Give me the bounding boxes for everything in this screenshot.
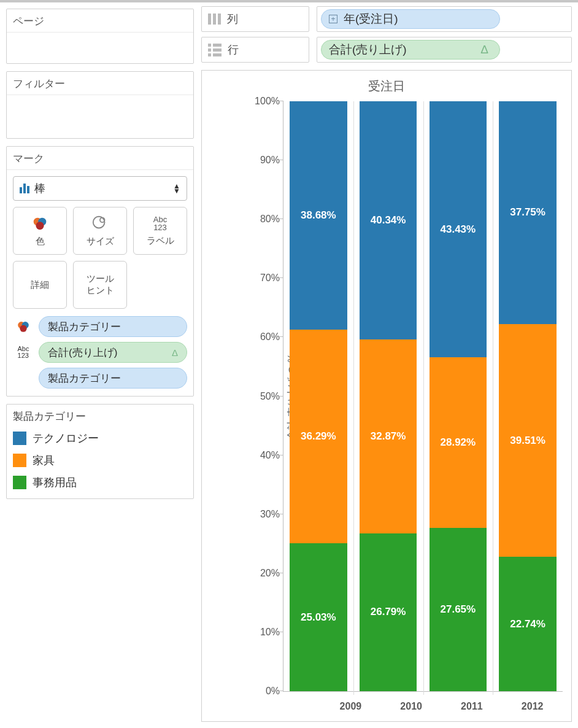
delta-icon: Δ (480, 43, 488, 56)
mark-type-select[interactable]: 棒 ▲▼ (13, 176, 187, 201)
side-panel: ページ フィルター マーク 棒 ▲▼ 色 (0, 2, 198, 728)
pages-body[interactable] (7, 33, 193, 63)
detail-label: 詳細 (31, 279, 49, 291)
legend-item[interactable]: テクノロジー (7, 427, 193, 449)
chevron-updown-icon: ▲▼ (173, 184, 180, 193)
filters-title: フィルター (7, 72, 193, 95)
pill-category-color-label: 製品カテゴリー (48, 320, 121, 334)
abc123-icon-small: Abc 123 (13, 346, 34, 359)
y-tick-label: 70% (247, 273, 280, 284)
legend-swatch (13, 432, 26, 445)
bar-segment[interactable]: 22.74% (499, 557, 556, 691)
pages-title: ページ (7, 9, 193, 33)
label-button[interactable]: Abc 123 ラベル (133, 207, 187, 255)
bar-segment[interactable]: 32.87% (360, 339, 417, 533)
rows-shelf-row: 行 合計(売り上げ) Δ (201, 37, 572, 63)
pages-card: ページ (6, 9, 194, 64)
main-area: 列 + 年(受注日) 行 合計(売り上げ) (198, 2, 578, 728)
legend-swatch (13, 476, 26, 489)
filters-body[interactable] (7, 95, 193, 138)
legend-item[interactable]: 家具 (7, 449, 193, 471)
y-tick-label: 10% (247, 627, 280, 638)
y-tick-mark (280, 514, 283, 514)
rows-label: 行 (228, 42, 239, 57)
chart-area: 合計 売り上げ の % 38.68%36.29%25.03%40.34%32.8… (246, 101, 563, 692)
legend-swatch (13, 454, 26, 467)
y-tick-label: 60% (247, 331, 280, 343)
bar-segment[interactable]: 27.65% (430, 528, 487, 691)
pill-sum-sales[interactable]: 合計(売り上げ) Δ (39, 342, 187, 363)
shelves: 列 + 年(受注日) 行 合計(売り上げ) (201, 6, 572, 63)
rows-shelf-header: 行 (201, 37, 309, 63)
columns-shelf[interactable]: + 年(受注日) (317, 6, 572, 32)
rows-icon (208, 44, 222, 56)
y-tick-mark (280, 632, 283, 632)
y-tick-label: 30% (247, 509, 280, 520)
rows-pill-sum[interactable]: 合計(売り上げ) Δ (321, 40, 500, 60)
bar-segment[interactable]: 43.43% (430, 101, 487, 357)
legend-label: 事務用品 (33, 475, 77, 490)
x-tick-label: 2012 (502, 701, 563, 712)
y-tick-mark (280, 160, 283, 160)
tooltip-label: ツール ヒント (87, 273, 114, 296)
pill-category-detail[interactable]: 製品カテゴリー (39, 368, 187, 389)
y-tick-label: 0% (247, 686, 280, 697)
columns-pill-year[interactable]: + 年(受注日) (321, 9, 500, 29)
bar-segment[interactable]: 39.51% (499, 324, 556, 557)
rows-shelf[interactable]: 合計(売り上げ) Δ (317, 37, 572, 63)
delta-icon: Δ (172, 347, 178, 358)
legend-item[interactable]: 事務用品 (7, 471, 193, 494)
bar-segment[interactable]: 26.79% (360, 533, 417, 691)
expand-icon[interactable]: + (329, 15, 337, 23)
plot: 38.68%36.29%25.03%40.34%32.87%26.79%43.4… (283, 101, 563, 692)
x-tick-label: 2009 (320, 701, 381, 712)
marks-card: マーク 棒 ▲▼ 色 サイズ (6, 146, 194, 397)
pill-sum-sales-label: 合計(売り上げ) (48, 346, 117, 360)
columns-shelf-header: 列 (201, 6, 309, 32)
pill-category-color[interactable]: 製品カテゴリー (39, 316, 187, 337)
y-tick-mark (280, 455, 283, 455)
columns-pill-label: 年(受注日) (344, 11, 398, 27)
x-tick-label: 2011 (442, 701, 503, 712)
y-tick-mark (280, 277, 283, 278)
column-separator (493, 101, 493, 695)
column-separator (423, 101, 424, 695)
filters-card: フィルター (6, 71, 194, 139)
bar-segment[interactable]: 28.92% (430, 357, 487, 528)
bar[interactable]: 37.75%39.51%22.74% (499, 101, 556, 691)
bar-segment[interactable]: 40.34% (360, 101, 417, 339)
color-label: 色 (36, 236, 45, 247)
bar-segment[interactable]: 25.03% (290, 543, 347, 691)
color-button[interactable]: 色 (13, 207, 67, 255)
label-label: ラベル (147, 235, 174, 247)
legend-items: テクノロジー家具事務用品 (7, 427, 193, 494)
mark-pill-label: Abc 123 合計(売り上げ) Δ (7, 341, 193, 366)
bar[interactable]: 40.34%32.87%26.79% (360, 101, 417, 691)
bar-segment[interactable]: 36.29% (290, 330, 347, 544)
column-separator (353, 101, 354, 695)
bar-icon (20, 184, 29, 193)
detail-button[interactable]: 詳細 (13, 261, 67, 309)
bar-segment[interactable]: 37.75% (499, 101, 556, 324)
legend-label: テクノロジー (33, 431, 99, 446)
y-tick-mark (280, 101, 283, 101)
x-axis: 2009201020112012 (320, 701, 563, 712)
tooltip-button[interactable]: ツール ヒント (73, 261, 127, 309)
size-button[interactable]: サイズ (73, 207, 127, 255)
bar[interactable]: 38.68%36.29%25.03% (290, 101, 347, 691)
color-icon-small (13, 319, 34, 334)
pill-category-detail-label: 製品カテゴリー (48, 371, 121, 385)
size-icon (91, 215, 109, 232)
y-tick-mark (280, 691, 283, 691)
y-tick-label: 100% (247, 96, 280, 107)
bar[interactable]: 43.43%28.92%27.65% (430, 101, 487, 691)
chart-title: 受注日 (202, 71, 571, 98)
chart-view: 受注日 合計 売り上げ の % 38.68%36.29%25.03%40.34%… (201, 70, 572, 722)
x-tick-label: 2010 (381, 701, 442, 712)
y-tick-label: 20% (247, 568, 280, 579)
columns-icon (208, 14, 221, 25)
legend-title: 製品カテゴリー (7, 405, 193, 427)
bar-column: 43.43%28.92%27.65% (423, 101, 493, 691)
mark-pill-color: 製品カテゴリー (7, 315, 193, 341)
bar-segment[interactable]: 38.68% (290, 101, 347, 330)
